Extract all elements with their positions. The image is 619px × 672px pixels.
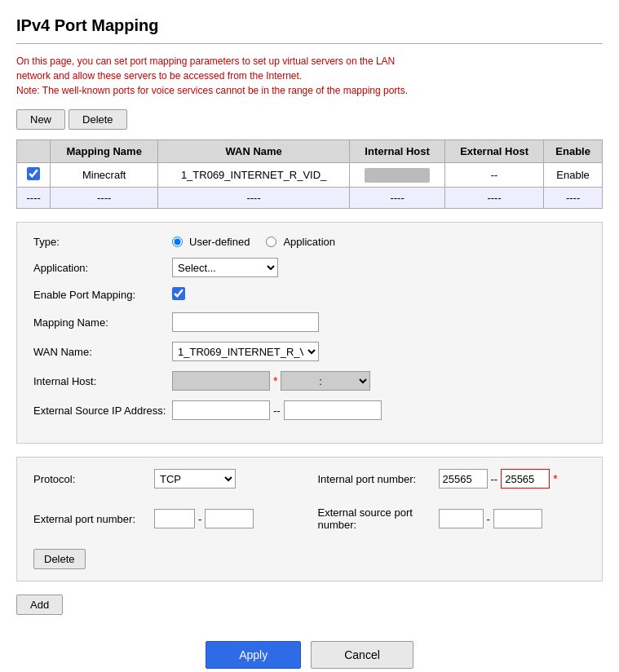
cell-enable-1: Enable bbox=[544, 163, 603, 188]
cell-internal-host-2: ---- bbox=[350, 188, 445, 209]
external-port-row: External port number: - bbox=[33, 509, 302, 528]
col-wan-name: WAN Name bbox=[158, 140, 350, 163]
external-port-pair: - bbox=[154, 509, 254, 528]
application-label: Application: bbox=[33, 262, 172, 274]
external-port-to-input[interactable] bbox=[205, 509, 254, 528]
port-mapping-table: Mapping Name WAN Name Internal Host Exte… bbox=[16, 139, 603, 209]
delete-button[interactable]: Delete bbox=[69, 109, 127, 130]
internal-host-row: Internal Host: * : bbox=[33, 371, 586, 391]
bottom-form-section: Protocol: TCP UDP TCP/UDP Internal port … bbox=[16, 457, 603, 581]
enable-port-mapping-control bbox=[172, 287, 185, 303]
wan-name-select[interactable]: 1_TR069_INTERNET_R_VID_ bbox=[172, 342, 319, 361]
external-source-separator: -- bbox=[273, 405, 281, 417]
application-control: Select... bbox=[172, 258, 278, 277]
delete-entry-button[interactable]: Delete bbox=[33, 549, 86, 569]
table-row: ---- ---- ---- ---- ---- ---- bbox=[17, 188, 603, 209]
enable-port-mapping-label: Enable Port Mapping: bbox=[33, 289, 172, 301]
internal-host-label: Internal Host: bbox=[33, 375, 172, 387]
col-internal-host: Internal Host bbox=[350, 140, 445, 163]
cell-enable-2: ---- bbox=[544, 188, 603, 209]
type-user-defined-label: User-defined bbox=[189, 236, 250, 248]
col-external-host: External Host bbox=[444, 140, 543, 163]
info-text: On this page, you can set port mapping p… bbox=[16, 54, 603, 98]
table-row: Minecraft 1_TR069_INTERNET_R_VID_ -- Ena… bbox=[17, 163, 603, 188]
external-source-input-to[interactable] bbox=[284, 400, 382, 420]
type-control: User-defined Application bbox=[172, 236, 335, 248]
type-application-label: Application bbox=[283, 236, 335, 248]
type-radio-user-defined[interactable] bbox=[172, 237, 183, 247]
ext-source-port-label: External source port number: bbox=[318, 506, 432, 531]
cell-check-2: ---- bbox=[17, 188, 51, 209]
wan-name-label: WAN Name: bbox=[33, 346, 172, 358]
cell-mapping-name-1: Minecraft bbox=[51, 163, 158, 188]
internal-host-required-star: * bbox=[273, 374, 277, 387]
form-section: Type: User-defined Application Applicati… bbox=[16, 222, 603, 444]
ext-source-port-to-input[interactable] bbox=[493, 509, 542, 528]
internal-port-to-input[interactable] bbox=[501, 469, 550, 489]
ext-source-port-from-input[interactable] bbox=[439, 509, 484, 528]
mapping-name-label: Mapping Name: bbox=[33, 316, 172, 329]
external-source-label: External Source IP Address: bbox=[33, 405, 172, 417]
internal-port-separator: -- bbox=[491, 473, 498, 485]
add-button[interactable]: Add bbox=[16, 595, 63, 615]
cancel-button[interactable]: Cancel bbox=[311, 641, 413, 669]
application-row: Application: Select... bbox=[33, 258, 586, 277]
external-source-row: External Source IP Address: -- bbox=[33, 400, 586, 420]
type-label: Type: bbox=[33, 236, 172, 248]
apply-button[interactable]: Apply bbox=[206, 641, 301, 669]
enable-port-mapping-checkbox[interactable] bbox=[172, 287, 185, 300]
mapping-name-control bbox=[172, 312, 319, 332]
protocol-label: Protocol: bbox=[33, 473, 148, 485]
cell-internal-host-1 bbox=[350, 163, 445, 188]
type-application[interactable]: Application bbox=[266, 236, 335, 248]
page-title: IPv4 Port Mapping bbox=[16, 16, 603, 35]
col-checkbox bbox=[17, 140, 51, 163]
button-bar: New Delete bbox=[16, 109, 603, 130]
bottom-actions: Apply Cancel bbox=[16, 641, 603, 669]
external-port-separator: - bbox=[198, 513, 201, 525]
external-source-input-from[interactable] bbox=[172, 400, 270, 420]
cell-external-host-1: -- bbox=[444, 163, 543, 188]
external-port-from-input[interactable] bbox=[154, 509, 195, 528]
internal-host-control: * : bbox=[172, 371, 370, 391]
cell-wan-name-2: ---- bbox=[158, 188, 350, 209]
internal-host-input[interactable] bbox=[172, 371, 270, 391]
cell-wan-name-1: 1_TR069_INTERNET_R_VID_ bbox=[158, 163, 350, 188]
col-enable: Enable bbox=[544, 140, 603, 163]
info-line3: Note: The well-known ports for voice ser… bbox=[16, 85, 408, 96]
wan-name-row: WAN Name: 1_TR069_INTERNET_R_VID_ bbox=[33, 342, 586, 361]
internal-port-from-input[interactable] bbox=[439, 469, 488, 489]
mapping-name-row: Mapping Name: bbox=[33, 312, 586, 332]
mapping-name-input[interactable] bbox=[172, 312, 319, 332]
new-button[interactable]: New bbox=[16, 109, 65, 130]
ext-source-port-separator: - bbox=[487, 513, 490, 525]
enable-port-mapping-row: Enable Port Mapping: bbox=[33, 287, 586, 303]
ext-source-port-pair: - bbox=[439, 509, 542, 528]
type-radio-application[interactable] bbox=[266, 237, 276, 247]
internal-port-label: Internal port number: bbox=[318, 473, 432, 485]
type-user-defined[interactable]: User-defined bbox=[172, 236, 250, 248]
external-source-control: -- bbox=[172, 400, 382, 420]
info-line1: On this page, you can set port mapping p… bbox=[16, 55, 395, 67]
col-mapping-name: Mapping Name bbox=[51, 140, 158, 163]
internal-port-row: Internal port number: -- * bbox=[318, 469, 586, 489]
internal-port-pair: -- * bbox=[439, 469, 558, 489]
ext-source-port-row: External source port number: - bbox=[318, 506, 586, 531]
type-row: Type: User-defined Application bbox=[33, 236, 586, 248]
application-select[interactable]: Select... bbox=[172, 258, 278, 277]
external-port-label: External port number: bbox=[33, 513, 148, 525]
row-checkbox-1[interactable] bbox=[27, 167, 40, 180]
cell-external-host-2: ---- bbox=[444, 188, 543, 209]
protocol-row: Protocol: TCP UDP TCP/UDP bbox=[33, 469, 302, 489]
protocol-select[interactable]: TCP UDP TCP/UDP bbox=[154, 469, 236, 489]
internal-port-required-star: * bbox=[553, 472, 557, 485]
info-line2: network and allow these servers to be ac… bbox=[16, 70, 302, 82]
wan-name-control: 1_TR069_INTERNET_R_VID_ bbox=[172, 342, 319, 361]
cell-mapping-name-2: ---- bbox=[51, 188, 158, 209]
internal-host-select[interactable]: : bbox=[281, 371, 370, 391]
